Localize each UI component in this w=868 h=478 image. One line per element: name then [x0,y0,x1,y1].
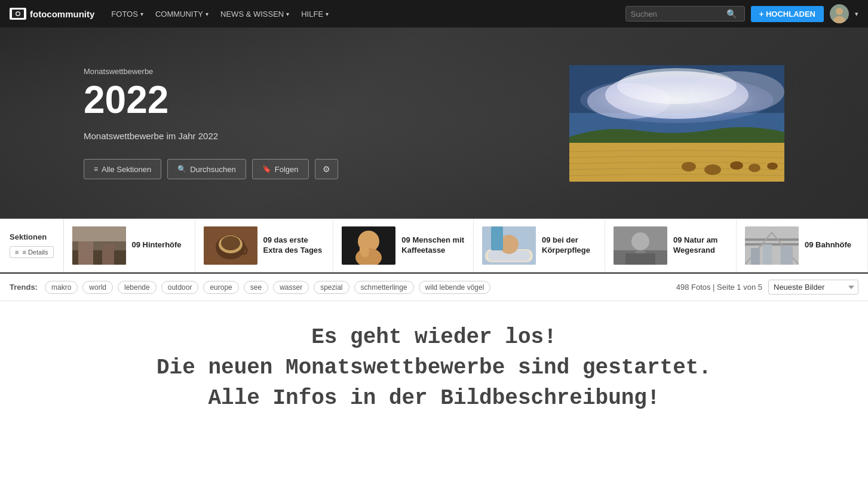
sections-label-area: Sektionen ≡ ≡ Details [0,219,64,272]
section-item[interactable]: 09 Bahnhöfe [737,219,868,272]
section-name: 09 das erste Extra des Tages [263,235,325,256]
community-caret: ▾ [206,11,208,17]
logo[interactable]: fotocommunity [10,8,94,20]
trend-tag-lebende[interactable]: lebende [118,281,157,294]
section-item[interactable]: 09 Menschen mit Kaffeetasse [333,219,474,272]
news-caret: ▾ [286,11,289,17]
list-small-icon: ≡ [15,249,19,256]
search-btn-icon: 🔍 [177,165,186,173]
search-icon[interactable]: 🔍 [726,9,737,19]
promo-line-3: Alle Infos in der Bildbeschreibung! [48,386,820,410]
svg-point-26 [221,236,240,250]
avatar[interactable] [830,4,849,23]
all-sections-button[interactable]: ≡ Alle Sektionen [84,159,161,179]
main-nav: fotocommunity FOTOS ▾ COMMUNITY ▾ NEWS &… [0,0,868,27]
trend-tag-wasser[interactable]: wasser [273,281,309,294]
avatar-dropdown-icon[interactable]: ▾ [855,10,858,18]
fotos-caret: ▾ [140,11,143,17]
trend-tag-europe[interactable]: europe [203,281,238,294]
hero-description: Monatswettbewerbe im Jahr 2022 [84,131,545,141]
section-name: 09 Menschen mit Kaffeetasse [401,235,465,256]
trends-right: 498 Fotos | Seite 1 von 5 Neueste Bilder… [676,280,858,295]
sections-bar: Sektionen ≡ ≡ Details 09 Hinterhöfe [0,219,868,272]
search-button[interactable]: 🔍 Durchsuchen [167,159,246,179]
svg-rect-22 [72,226,126,241]
photo-count: 498 Fotos | Seite 1 von 5 [676,283,762,292]
section-item[interactable]: 09 bei der Körperpflege [474,219,605,272]
svg-rect-39 [625,253,655,265]
svg-point-11 [617,68,737,104]
sections-label-text: Sektionen [10,232,47,241]
nav-fotos[interactable]: FOTOS ▾ [106,7,148,21]
logo-icon [10,8,26,20]
svg-point-2 [17,13,20,16]
details-button[interactable]: ≡ ≡ Details [10,246,54,258]
svg-point-4 [836,8,843,15]
section-thumbnail [204,226,257,265]
hero-photo [569,65,784,182]
upload-button[interactable]: + HOCHLADEN [751,6,824,22]
trend-tag-see[interactable]: see [244,281,268,294]
svg-point-38 [631,232,649,250]
nav-community[interactable]: COMMUNITY ▾ [151,7,213,21]
svg-rect-44 [763,244,772,265]
svg-point-10 [689,71,784,113]
section-thumbnail [482,226,536,265]
hero-text: Monatswettbewerbe 2022 Monatswettbewerbe… [84,67,545,179]
section-item[interactable]: 09 Natur am Wegesrand [605,219,737,272]
svg-point-15 [730,161,743,170]
section-name: 09 Bahnhöfe [805,240,851,250]
trends-label: Trends: [10,283,38,292]
nav-links: FOTOS ▾ COMMUNITY ▾ NEWS & WISSEN ▾ HILF… [106,7,613,21]
trends-bar: Trends: makro world lebende outdoor euro… [0,274,868,301]
section-name: 09 bei der Körperpflege [542,235,596,256]
logo-text: fotocommunity [30,9,94,19]
svg-rect-41 [745,238,799,241]
follow-button[interactable]: 🔖 Folgen [252,159,309,179]
hero-image [569,65,784,182]
promo-line-2: Die neuen Monatswettbewerbe sind gestart… [48,356,820,380]
sections-items: 09 Hinterhöfe 09 das erste Extra des Tag… [64,219,868,272]
main-content: Es geht wieder los! Die neuen Monatswett… [0,301,868,434]
section-item[interactable]: 09 Hinterhöfe [64,219,195,272]
section-thumbnail [614,226,667,265]
svg-point-16 [749,164,760,172]
nav-hilfe[interactable]: HILFE ▾ [296,7,333,21]
svg-point-17 [767,163,778,170]
hero-title: 2022 [84,81,545,119]
promo-line-1: Es geht wieder los! [48,325,820,350]
section-thumbnail [745,226,799,265]
gear-icon: ⚙ [323,164,330,174]
section-name: 09 Hinterhöfe [132,240,182,250]
svg-rect-20 [78,238,93,265]
svg-rect-35 [491,226,503,250]
svg-rect-21 [102,244,114,265]
svg-rect-43 [751,248,760,265]
svg-rect-45 [781,246,793,265]
sort-dropdown[interactable]: Neueste BilderBeliebtesteMeiste Kommenta… [768,280,858,295]
bookmark-icon: 🔖 [262,165,271,173]
hero-section: Monatswettbewerbe 2022 Monatswettbewerbe… [0,27,868,219]
svg-point-14 [704,164,721,175]
trend-tag-outdoor[interactable]: outdoor [161,281,199,294]
nav-right: 🔍 + HOCHLADEN ▾ [625,4,858,23]
hero-subtitle: Monatswettbewerbe [84,67,545,76]
hilfe-caret: ▾ [326,11,329,17]
section-name: 09 Natur am Wegesrand [673,235,728,256]
trend-tag-schmetterlinge[interactable]: schmetterlinge [354,281,414,294]
hero-buttons: ≡ Alle Sektionen 🔍 Durchsuchen 🔖 Folgen … [84,159,545,179]
settings-button[interactable]: ⚙ [315,159,338,179]
search-box[interactable]: 🔍 [625,6,745,22]
nav-news[interactable]: NEWS & WISSEN ▾ [216,7,294,21]
section-thumbnail [72,226,126,265]
svg-point-13 [682,162,696,171]
section-thumbnail [342,226,395,265]
list-icon: ≡ [94,165,98,173]
trend-tag-world[interactable]: world [82,281,113,294]
trend-tag-spezial[interactable]: spezial [314,281,349,294]
trend-tag-wild[interactable]: wild lebende vögel [419,281,491,294]
trend-tag-makro[interactable]: makro [45,281,78,294]
search-input[interactable] [631,10,726,19]
svg-point-9 [587,83,671,119]
section-item[interactable]: 09 das erste Extra des Tages [195,219,334,272]
